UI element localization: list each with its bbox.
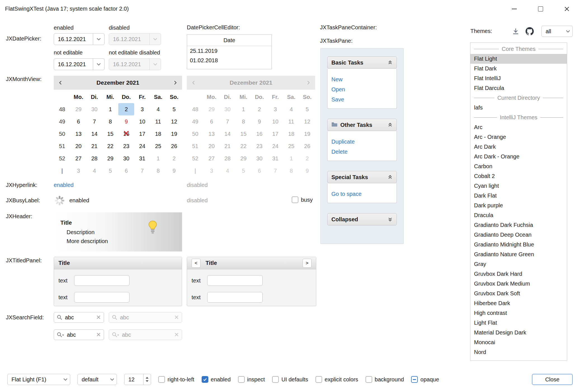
taskpane-header[interactable]: Special Tasks — [327, 171, 397, 183]
theme-list-item[interactable]: Arc Dark - Orange — [470, 152, 567, 161]
close-window-button[interactable] — [554, 0, 580, 18]
spinner-value[interactable]: 12 — [124, 376, 143, 383]
table-column-header[interactable]: Date — [187, 35, 272, 46]
download-themes-button[interactable] — [511, 27, 520, 36]
theme-list-item[interactable]: Dark Flat — [470, 191, 567, 201]
day-cell[interactable]: 10 — [134, 115, 150, 128]
theme-list-item[interactable]: Carbon — [470, 161, 567, 171]
day-cell[interactable]: 17 — [134, 128, 150, 140]
theme-list-item[interactable]: Dracula — [470, 210, 567, 220]
task-action-link[interactable]: Delete — [331, 147, 397, 157]
theme-list-item[interactable]: lafs — [470, 103, 567, 113]
theme-list-item[interactable]: High contrast — [470, 308, 567, 318]
checkbox-opaque[interactable]: opaque — [411, 376, 439, 383]
theme-list-item[interactable]: Flat Darcula — [470, 83, 567, 93]
day-cell[interactable]: 21 — [86, 140, 102, 152]
day-cell[interactable]: 6 — [118, 165, 134, 177]
day-cell[interactable]: 1 — [102, 103, 118, 115]
date-cell-row[interactable]: 01.02.2018 — [187, 56, 272, 65]
day-cell[interactable]: 19 — [166, 128, 182, 140]
theme-list-item[interactable]: Cobalt 2 — [470, 171, 567, 181]
header-left-button[interactable]: < — [192, 259, 201, 268]
day-cell[interactable]: 5 — [166, 103, 182, 115]
checkbox-inspect[interactable]: inspect — [238, 376, 265, 383]
datepicker-dropdown-button[interactable] — [93, 59, 104, 70]
theme-list-item[interactable]: Gruvbox Dark Hard — [470, 269, 567, 279]
day-cell[interactable]: 11 — [150, 115, 166, 128]
day-cell[interactable]: 7 — [134, 165, 150, 177]
day-cell[interactable]: 28 — [86, 152, 102, 165]
datepicker-dropdown-button[interactable] — [93, 34, 104, 45]
day-cell[interactable]: 26 — [166, 140, 182, 152]
collapse-icon[interactable] — [388, 122, 393, 127]
day-cell[interactable]: 30 — [86, 103, 102, 115]
day-cell[interactable]: 12 — [166, 115, 182, 128]
maximize-button[interactable] — [527, 0, 554, 18]
task-action-link[interactable]: Go to space — [331, 189, 397, 199]
theme-list-item[interactable]: Flat Light — [470, 54, 567, 64]
day-cell[interactable]: 14 — [86, 128, 102, 140]
theme-list-item[interactable]: Cyan light — [470, 181, 567, 191]
font-size-spinner[interactable]: 12 — [124, 374, 151, 385]
theme-list-item[interactable]: Flat Dark — [470, 64, 567, 73]
day-cell[interactable]: 8 — [102, 115, 118, 128]
theme-list-item[interactable]: Gruvbox Dark Medium — [470, 279, 567, 289]
date-cell-editor-table[interactable]: Date 25.11.201901.02.2018 — [187, 34, 272, 69]
theme-list-item[interactable]: Hiberbee Dark — [470, 298, 567, 308]
collapse-icon[interactable] — [388, 175, 393, 180]
collapse-icon[interactable] — [388, 60, 393, 65]
themes-list[interactable]: Core ThemesFlat LightFlat DarkFlat Intel… — [470, 42, 567, 361]
day-cell[interactable]: 6 — [70, 115, 86, 128]
checkbox-background[interactable]: background — [366, 376, 404, 383]
theme-list-item[interactable]: Gradianto Midnight Blue — [470, 240, 567, 250]
day-cell[interactable]: 9 — [166, 165, 182, 177]
day-cell[interactable]: 4 — [86, 165, 102, 177]
day-cell[interactable]: 9 — [118, 115, 134, 128]
taskpane-header[interactable]: Collapsed — [327, 213, 397, 225]
day-cell[interactable]: 8 — [150, 165, 166, 177]
day-cell[interactable]: 29 — [70, 103, 86, 115]
checkbox-enabled[interactable]: enabled — [202, 376, 231, 383]
minimize-button[interactable] — [501, 0, 527, 18]
checkbox-ui-defaults[interactable]: UI defaults — [272, 376, 308, 383]
close-button[interactable]: Close — [532, 374, 573, 385]
search-field-with-menu-enabled[interactable]: abc ✕ — [54, 329, 104, 340]
theme-list-item[interactable]: Arc — [470, 122, 567, 132]
day-cell[interactable]: 29 — [102, 152, 118, 165]
theme-combo[interactable]: Flat Light (F1) — [7, 374, 70, 385]
theme-list-item[interactable]: Arc - Orange — [470, 132, 567, 142]
search-value[interactable]: abc — [67, 332, 93, 338]
datepicker-not-editable[interactable]: 16.12.2021 — [54, 58, 105, 70]
day-cell[interactable]: 13 — [70, 128, 86, 140]
task-action-link[interactable]: Open — [331, 84, 397, 94]
header-right-button[interactable]: > — [303, 259, 312, 268]
previous-month-button[interactable] — [58, 80, 63, 85]
day-cell[interactable]: 20 — [70, 140, 86, 152]
task-action-link[interactable]: New — [331, 74, 397, 84]
theme-list-item[interactable]: Flat IntelliJ — [470, 73, 567, 83]
date-value[interactable]: 16.12.2021 — [54, 36, 93, 42]
theme-list-item[interactable]: Gruvbox Dark Soft — [470, 289, 567, 298]
search-value[interactable]: abc — [65, 314, 93, 321]
day-cell[interactable]: 23 — [118, 140, 134, 152]
checkbox-explicit-colors[interactable]: explicit colors — [315, 376, 358, 383]
day-cell[interactable]: 22 — [102, 140, 118, 152]
clear-icon[interactable]: ✕ — [96, 331, 101, 338]
task-action-link[interactable]: Save — [331, 94, 397, 104]
theme-list-item[interactable]: Arc Dark — [470, 142, 567, 152]
lookandfeel-combo[interactable]: default — [77, 374, 117, 385]
theme-list-item[interactable]: Gradianto Nature Green — [470, 250, 567, 259]
date-cell-row[interactable]: 25.11.2019 — [187, 46, 272, 56]
day-cell[interactable]: 2 — [118, 103, 134, 115]
day-cell[interactable]: 24 — [134, 140, 150, 152]
day-cell[interactable]: 4 — [150, 103, 166, 115]
day-cell[interactable]: 3 — [70, 165, 86, 177]
day-cell[interactable]: 18 — [150, 128, 166, 140]
search-field-enabled[interactable]: abc ✕ — [54, 312, 104, 323]
taskpane-header[interactable]: Other Tasks — [327, 119, 397, 131]
clear-icon[interactable]: ✕ — [96, 314, 101, 321]
text-input[interactable] — [74, 275, 129, 286]
themes-filter-combo[interactable]: all — [541, 26, 573, 37]
theme-list-item[interactable]: Light Flat — [470, 318, 567, 328]
day-cell[interactable]: 5 — [102, 165, 118, 177]
